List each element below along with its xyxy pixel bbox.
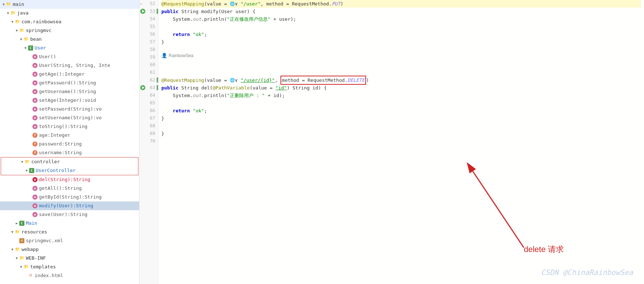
tree-item-resources[interactable]: ▼ 📁 resources xyxy=(0,228,139,236)
tree-label: getUsername():String xyxy=(39,88,96,95)
chevron-down-icon: ▼ xyxy=(10,230,15,234)
class-icon: C xyxy=(28,45,34,51)
line-num-63: 63 xyxy=(140,84,158,92)
folder-icon: 📁 xyxy=(15,247,20,252)
chevron-down-icon: ▼ xyxy=(15,256,19,260)
tree-item-controller[interactable]: ▼ 📁 controller xyxy=(1,157,138,166)
chevron-down-icon: ▼ xyxy=(15,28,19,33)
chevron-down-icon: ▼ xyxy=(23,46,28,50)
tree-item-index-html[interactable]: ▼ H index.html xyxy=(0,271,139,280)
line-num-53: 53 xyxy=(140,8,158,15)
tree-item-password[interactable]: ▼ f password:String xyxy=(0,140,139,148)
method-icon: m xyxy=(32,89,38,95)
method-icon: m xyxy=(32,185,38,191)
gutter-run-icon[interactable] xyxy=(140,84,145,92)
tree-item-springmvc[interactable]: ▼ 📁 springmvc xyxy=(0,26,139,35)
code-line-69: } xyxy=(161,130,641,137)
person-icon: 👤 xyxy=(161,53,167,58)
tree-item-usercontroller[interactable]: ▼ C UserController xyxy=(1,166,138,175)
tree-label: User(String, String, Inte xyxy=(39,62,110,69)
line-num-67: 67 xyxy=(140,115,158,122)
code-line-61 xyxy=(161,69,641,76)
tree-item-modify[interactable]: ▼ m modify(User):String xyxy=(0,201,139,210)
tree-item-user-class[interactable]: ▼ C User xyxy=(0,44,139,52)
method-icon: m xyxy=(32,54,38,60)
tree-item-main-class[interactable]: ▶ C Main xyxy=(0,219,139,228)
tree-label: del(String):String xyxy=(39,176,90,183)
code-line-66: return "ok"; xyxy=(161,107,641,115)
line-num-62: 62 xyxy=(140,76,158,84)
code-line-64: System.out.println("正删除用户 : " + id); xyxy=(161,92,641,99)
chevron-down-icon: ▼ xyxy=(19,265,23,269)
code-line-54: System.out.println("正在修改用户信息" + user); xyxy=(161,15,641,23)
line-num-66: 66 xyxy=(140,107,158,115)
tree-label: springmvc.xml xyxy=(26,237,63,244)
line-num-54: 54 xyxy=(140,15,158,23)
tree-item-getAge[interactable]: ▼ m getAge():Integer xyxy=(0,70,139,79)
file-tree-panel: ▼ 📁 main ▼ 📁 java ▼ 📁 com.rainbowsea ▼ 📁… xyxy=(0,0,140,284)
chevron-down-icon: ▼ xyxy=(6,11,10,15)
tree-item-webapp[interactable]: ▼ 📁 webapp xyxy=(0,245,139,254)
code-editor-panel: 52 ▷ 53 54 55 56 57 58 59 60 61 62 xyxy=(140,0,644,284)
tree-label: main xyxy=(13,1,24,8)
author-label: 👤 RainbowSea xyxy=(161,53,193,58)
tree-item-getPassword[interactable]: ▼ m getPassword():String xyxy=(0,79,139,87)
tree-item-user-constructor1[interactable]: ▼ m User() xyxy=(0,52,139,61)
line-num-69: 69 xyxy=(140,130,158,137)
code-line-59 xyxy=(161,53,641,61)
delete-label: delete 请求 xyxy=(524,244,564,255)
tree-item-com-rainbowsea[interactable]: ▼ 📁 com.rainbowsea xyxy=(0,17,139,26)
tree-item-getAll[interactable]: ▼ m getAll():String xyxy=(0,184,139,193)
tree-item-getById[interactable]: ▼ m getById(String):String xyxy=(0,193,139,201)
line-num-68: 68 xyxy=(140,122,158,130)
highlight-box: method = RequestMethod.DELETE xyxy=(280,76,366,85)
folder-icon: 📁 xyxy=(15,19,20,25)
method-icon: m xyxy=(32,115,38,121)
line-num-60: 60 xyxy=(140,61,158,69)
chevron-down-icon: ▼ xyxy=(20,160,24,164)
tree-item-setPassword[interactable]: ▼ m setPassword(String):vo xyxy=(0,105,139,113)
gutter-run-icon[interactable] xyxy=(140,8,145,15)
tree-label: getById(String):String xyxy=(39,193,102,201)
line-num-57: 57 xyxy=(140,38,158,46)
tree-item-username[interactable]: ▼ f username:String xyxy=(0,148,139,157)
folder-icon: 📁 xyxy=(24,159,30,165)
tree-item-del[interactable]: ▼ m del(String):String xyxy=(0,175,139,184)
tree-item-setAge[interactable]: ▼ m setAge(Integer):void xyxy=(0,96,139,105)
tree-item-java[interactable]: ▼ 📁 java xyxy=(0,9,139,17)
line-num-52: 52 ▷ xyxy=(140,0,158,8)
method-icon: m xyxy=(32,106,38,112)
tree-item-age[interactable]: ▼ f age:Integer xyxy=(0,131,139,140)
tree-item-save[interactable]: ▼ m save(User):String xyxy=(0,210,139,219)
method-icon: m xyxy=(32,194,38,200)
tree-label: java xyxy=(17,9,28,17)
tree-item-bean[interactable]: ▼ 📁 bean xyxy=(0,35,139,44)
tree-item-setUsername[interactable]: ▼ m setUsername(String):vo xyxy=(0,113,139,122)
code-line-57: } xyxy=(161,38,641,46)
tree-item-main[interactable]: ▼ 📁 main xyxy=(0,0,139,9)
tree-label: controller xyxy=(31,158,60,165)
tree-label: getAll():String xyxy=(39,185,82,192)
author-section: 👤 RainbowSea xyxy=(161,53,641,61)
tree-item-user-constructor2[interactable]: ▼ m User(String, String, Inte xyxy=(0,61,139,70)
tree-label: springmvc xyxy=(26,27,51,34)
tree-item-toString[interactable]: ▼ m toString():String xyxy=(0,122,139,131)
tree-label: save(User):String xyxy=(39,211,87,218)
folder-icon: 📁 xyxy=(23,264,29,270)
tree-label: UserController xyxy=(36,167,76,174)
code-line-70 xyxy=(161,137,641,145)
line-num-56: 56 xyxy=(140,31,158,38)
tree-label: Main xyxy=(26,220,37,227)
field-icon: f xyxy=(32,141,38,147)
tree-label: password:String xyxy=(39,140,82,148)
code-line-63: public String del(@PathVariable(value = … xyxy=(161,84,641,92)
field-icon: f xyxy=(32,150,38,156)
code-line-58 xyxy=(161,46,641,53)
tree-item-getUsername[interactable]: ▼ m getUsername():String xyxy=(0,87,139,96)
tree-item-templates[interactable]: ▼ 📁 templates xyxy=(0,263,139,271)
tree-item-springmvc-xml[interactable]: ▼ X springmvc.xml xyxy=(0,236,139,245)
line-numbers: 52 ▷ 53 54 55 56 57 58 59 60 61 62 xyxy=(140,0,158,284)
tree-item-web-inf[interactable]: ▼ 📁 WEB-INF xyxy=(0,254,139,263)
line-num-64: 64 xyxy=(140,92,158,99)
tree-label: getPassword():String xyxy=(39,79,96,87)
